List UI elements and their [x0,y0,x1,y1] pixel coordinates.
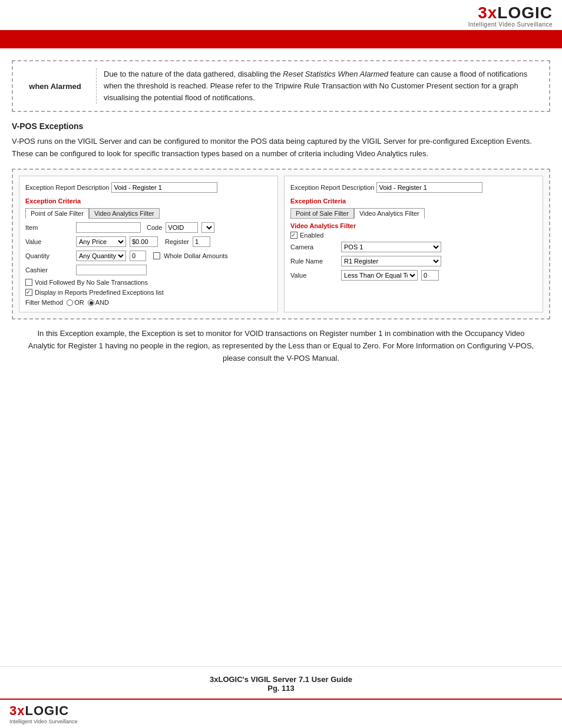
warning-label: when Alarmed [20,68,97,104]
left-register-input[interactable] [193,236,210,247]
right-analytics-label: Video Analytics Filter [290,222,537,229]
left-filter-method-row: Filter Method OR AND [25,299,272,306]
left-tabs: Point of Sale Filter Video Analytics Fil… [25,208,272,219]
left-filter-method-label: Filter Method [25,299,63,306]
left-whole-dollar-checkbox[interactable] [153,252,160,259]
right-enabled-label: Enabled [300,232,323,239]
page-footer: 3xLOGIC's VIGIL Server 7.1 User Guide Pg… [0,666,562,728]
section-heading: V-POS Exceptions [12,121,550,131]
header-logo: 3xLOGIC Intelligent Video Surveillance [468,5,553,28]
left-void-followed-checkbox[interactable] [25,279,32,286]
left-quantity-input[interactable] [130,251,146,261]
section-body: V-POS runs on the VIGIL Server and can b… [12,136,550,160]
right-report-label: Exception Report Description [290,184,374,191]
right-enabled-checkbox[interactable] [290,232,297,239]
left-radio-or[interactable]: OR [67,299,84,306]
footer-logo-sub: Intelligent Video Surveillance [9,719,77,724]
left-display-reports-label: Display in Reports Predefined Exceptions… [35,289,164,296]
red-accent-bar [0,32,562,48]
caption-text: In this Exception example, the Exception… [12,328,550,364]
left-item-input[interactable] [76,222,141,233]
left-radio-and-dot [88,299,94,306]
left-register-label: Register [165,238,189,245]
footer-logo-text: 3xLOGIC [9,703,77,719]
left-cashier-row: Cashier [25,265,272,275]
left-criteria-label: Exception Criteria [25,197,272,205]
right-tab-pos[interactable]: Point of Sale Filter [290,208,354,219]
left-code-select[interactable] [201,222,214,233]
panel-right: Exception Report Description Exception C… [284,176,543,312]
page-header: 3xLOGIC Intelligent Video Surveillance [0,0,562,32]
left-tab-pos[interactable]: Point of Sale Filter [25,208,89,219]
footer-logo: 3xLOGIC Intelligent Video Surveillance [9,703,77,724]
right-value-label: Value [290,272,338,279]
left-and-label: AND [95,299,109,306]
main-content: when Alarmed Due to the nature of the da… [0,48,562,376]
right-report-row: Exception Report Description [290,182,537,193]
left-radio-or-dot [67,299,73,306]
panel-left: Exception Report Description Exception C… [19,176,278,312]
footer-logo-bar: 3xLOGIC Intelligent Video Surveillance [0,699,562,728]
left-code-input[interactable] [166,222,198,233]
left-quantity-label: Quantity [25,252,72,259]
left-report-input[interactable] [111,182,217,193]
right-value-number[interactable] [421,270,439,281]
left-item-row: Item Code [25,222,272,233]
left-radio-and[interactable]: AND [88,299,109,306]
left-void-followed-label: Void Followed By No Sale Transactions [35,279,148,286]
right-tabs: Point of Sale Filter Video Analytics Fil… [290,208,537,219]
left-cashier-input[interactable] [76,265,147,275]
right-criteria-label: Exception Criteria [290,197,537,205]
right-enabled-row: Enabled [290,232,537,239]
footer-line1: 3xLOGIC's VIGIL Server 7.1 User Guide [0,675,562,684]
right-rule-select[interactable]: R1 Register [341,256,441,266]
right-camera-select[interactable]: POS 1 [341,242,441,252]
footer-line2: Pg. 113 [0,684,562,693]
right-camera-row: Camera POS 1 [290,242,537,252]
left-value-select[interactable]: Any Price [76,236,126,247]
header-logo-text: 3xLOGIC [478,5,553,21]
left-cashier-label: Cashier [25,266,72,274]
left-item-label: Item [25,224,72,231]
warning-box: when Alarmed Due to the nature of the da… [12,60,550,112]
left-void-followed-row: Void Followed By No Sale Transactions [25,279,272,286]
right-value-row: Value Less Than Or Equal To [290,270,537,281]
left-whole-dollar-label: Whole Dollar Amounts [164,252,228,259]
left-display-reports-checkbox[interactable] [25,289,32,296]
left-value-row: Value Any Price Register [25,236,272,247]
left-quantity-select[interactable]: Any Quantity [76,251,126,261]
left-value-label: Value [25,238,72,245]
header-logo-sub: Intelligent Video Surveillance [468,21,553,28]
left-quantity-row: Quantity Any Quantity Whole Dollar Amoun… [25,251,272,261]
left-value-dollar[interactable] [130,236,158,247]
footer-page-info: 3xLOGIC's VIGIL Server 7.1 User Guide Pg… [0,666,562,699]
left-report-row: Exception Report Description [25,182,272,193]
right-rule-label: Rule Name [290,258,338,265]
left-tab-analytics[interactable]: Video Analytics Filter [89,208,160,219]
left-code-label: Code [147,224,162,231]
left-report-label: Exception Report Description [25,184,109,191]
screenshots-container: Exception Report Description Exception C… [12,169,550,319]
right-report-input[interactable] [376,182,482,193]
warning-text: Due to the nature of the data gathered, … [104,68,542,104]
right-tab-analytics[interactable]: Video Analytics Filter [354,208,425,219]
left-or-label: OR [74,299,84,306]
left-display-reports-row: Display in Reports Predefined Exceptions… [25,289,272,296]
right-rule-row: Rule Name R1 Register [290,256,537,266]
right-value-select[interactable]: Less Than Or Equal To [341,270,418,281]
right-camera-label: Camera [290,243,338,251]
